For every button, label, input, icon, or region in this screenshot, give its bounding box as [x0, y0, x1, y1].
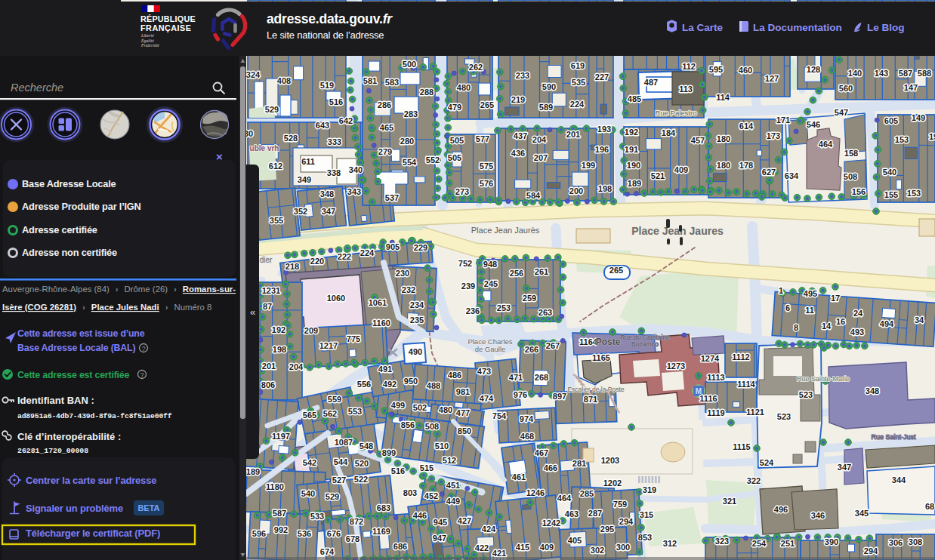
svg-text:26281_1720_00008: 26281_1720_00008	[17, 447, 88, 455]
svg-text:465: 465	[380, 123, 393, 132]
svg-text:1061: 1061	[369, 298, 387, 307]
svg-text:171: 171	[776, 115, 790, 125]
svg-text:300: 300	[616, 543, 630, 552]
svg-text:302: 302	[591, 546, 604, 555]
svg-text:198: 198	[598, 184, 612, 193]
svg-text:565: 565	[303, 411, 316, 420]
svg-text:BETA: BETA	[137, 503, 159, 512]
svg-text:1116: 1116	[699, 394, 717, 403]
svg-text:451: 451	[446, 481, 460, 490]
svg-text:319: 319	[643, 485, 656, 494]
svg-text:508: 508	[844, 172, 857, 181]
svg-text:343: 343	[347, 187, 361, 196]
svg-text:505: 505	[450, 136, 464, 145]
svg-text:775: 775	[347, 334, 360, 343]
svg-text:352: 352	[294, 207, 307, 216]
svg-text:230: 230	[396, 269, 409, 278]
svg-text:464: 464	[557, 494, 572, 503]
svg-text:128: 128	[807, 65, 820, 74]
svg-text:Adresse certifiée: Adresse certifiée	[22, 224, 97, 235]
svg-text:1197: 1197	[272, 432, 290, 441]
svg-text:612: 612	[269, 162, 282, 171]
svg-text:487: 487	[644, 78, 658, 87]
svg-text:474: 474	[480, 394, 494, 403]
svg-text:6: 6	[785, 303, 790, 312]
svg-text:560: 560	[839, 84, 853, 93]
svg-text:Base Adresse Locale (BAL): Base Adresse Locale (BAL)	[17, 343, 135, 353]
svg-text:Identifiant BAN :: Identifiant BAN :	[17, 395, 94, 406]
svg-text:546: 546	[807, 120, 820, 129]
svg-text:436: 436	[511, 149, 525, 158]
svg-text:201: 201	[262, 362, 276, 371]
svg-text:856: 856	[401, 420, 415, 429]
svg-text:Égalité: Égalité	[140, 38, 154, 43]
svg-text:191: 191	[625, 145, 638, 154]
svg-text:614: 614	[739, 122, 754, 131]
svg-text:127: 127	[765, 74, 779, 83]
svg-text:Rue Saint-Just: Rue Saint-Just	[871, 433, 916, 441]
svg-text:945: 945	[434, 518, 447, 527]
svg-text:189: 189	[246, 467, 260, 476]
svg-text:992: 992	[274, 525, 288, 534]
svg-text:113: 113	[679, 85, 693, 94]
svg-text:584: 584	[526, 191, 541, 200]
svg-text:207: 207	[534, 153, 548, 162]
svg-text:491: 491	[378, 365, 392, 374]
svg-text:535: 535	[572, 78, 585, 87]
svg-text:338: 338	[327, 168, 341, 177]
svg-text:480: 480	[457, 83, 471, 92]
svg-text:281: 281	[572, 459, 586, 468]
svg-text:265: 265	[480, 100, 494, 109]
svg-text:222: 222	[338, 252, 351, 261]
svg-text:196: 196	[595, 145, 609, 154]
svg-text:180: 180	[717, 134, 730, 143]
svg-text:461: 461	[512, 472, 526, 482]
svg-text:409: 409	[674, 165, 688, 174]
svg-text:1: 1	[779, 286, 783, 295]
svg-text:460: 460	[739, 66, 752, 75]
svg-text:251: 251	[781, 539, 795, 548]
svg-text:803: 803	[403, 488, 417, 497]
svg-text:200: 200	[569, 186, 583, 195]
svg-text:872: 872	[350, 517, 363, 526]
svg-text:490: 490	[409, 347, 422, 356]
svg-text:uble vrh: uble vrh	[250, 144, 279, 152]
svg-text:605: 605	[884, 116, 898, 125]
svg-text:619: 619	[571, 61, 585, 70]
svg-text:14: 14	[822, 322, 832, 331]
svg-text:981: 981	[456, 387, 470, 396]
svg-text:344: 344	[892, 475, 906, 485]
svg-text:422: 422	[475, 543, 489, 552]
svg-text:280: 280	[400, 137, 414, 146]
svg-text:190: 190	[627, 161, 640, 170]
svg-text:678: 678	[346, 534, 359, 543]
svg-text:Place Jean Jaurès: Place Jean Jaurès	[471, 226, 540, 235]
svg-text:147: 147	[904, 83, 918, 92]
svg-text:457: 457	[691, 136, 705, 145]
svg-text:548: 548	[359, 442, 373, 451]
svg-text:467: 467	[535, 448, 548, 457]
svg-text:562: 562	[323, 409, 337, 418]
svg-text:643: 643	[316, 121, 329, 130]
svg-text:253: 253	[497, 303, 511, 312]
svg-text:634: 634	[785, 171, 799, 180]
svg-text:759: 759	[613, 500, 627, 509]
svg-text:312: 312	[663, 539, 677, 548]
svg-text:496: 496	[774, 505, 788, 514]
svg-text:529: 529	[326, 492, 339, 501]
svg-text:581: 581	[363, 76, 377, 85]
svg-text:306: 306	[889, 538, 903, 547]
svg-text:583: 583	[385, 78, 399, 87]
svg-text:16: 16	[836, 317, 845, 326]
svg-text:294: 294	[619, 517, 634, 526]
svg-text:155: 155	[884, 190, 898, 199]
svg-text:112: 112	[682, 62, 696, 71]
svg-text:Place Jean Jaures: Place Jean Jaures	[631, 225, 724, 237]
svg-text:556: 556	[357, 380, 371, 389]
svg-text:611: 611	[301, 157, 315, 166]
svg-text:871: 871	[584, 395, 597, 404]
svg-text:Le Blog: Le Blog	[867, 22, 905, 33]
svg-text:322: 322	[747, 476, 761, 485]
svg-text:RÉPUBLIQUE: RÉPUBLIQUE	[140, 14, 196, 23]
svg-text:415: 415	[516, 543, 529, 552]
